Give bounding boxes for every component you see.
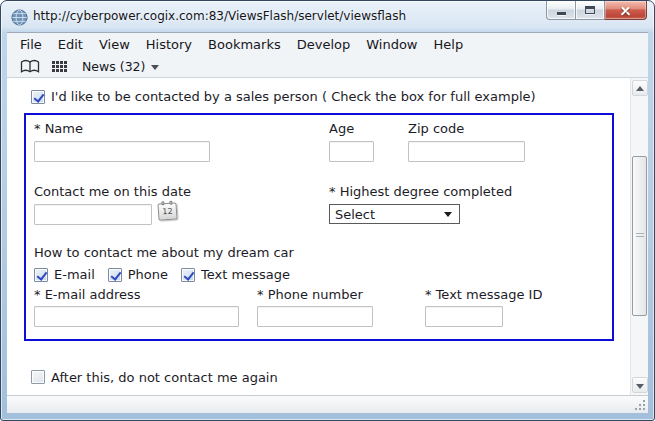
menu-window[interactable]: Window: [358, 35, 425, 54]
phone-option-label: Phone: [128, 267, 168, 282]
zip-label: Zip code: [408, 121, 464, 136]
email-address-label: * E-mail address: [34, 287, 141, 302]
bookmark-news-folder[interactable]: News (32): [82, 59, 159, 74]
minimize-button[interactable]: [546, 1, 576, 20]
degree-selected-value: Select: [335, 207, 375, 222]
scrollbar-grip-icon: [636, 233, 644, 239]
phone-number-input[interactable]: [257, 306, 373, 327]
arrow-down-icon: [636, 384, 644, 389]
contact-date-label: Contact me on this date: [34, 184, 191, 199]
text-message-option-label: Text message: [201, 267, 290, 282]
age-label: Age: [329, 121, 354, 136]
menu-view[interactable]: View: [91, 35, 138, 54]
globe-icon: [11, 9, 28, 26]
vertical-scrollbar: [630, 78, 648, 395]
degree-select[interactable]: Select: [329, 204, 460, 224]
text-message-checkbox[interactable]: [181, 268, 195, 282]
minimize-icon: [557, 12, 566, 15]
no-more-contact-label: After this, do not contact me again: [51, 370, 278, 385]
page-content: I'd like to be contacted by a sales pers…: [7, 78, 648, 395]
menu-edit[interactable]: Edit: [50, 35, 91, 54]
contact-method-option: Text message: [181, 267, 290, 282]
sales-optin-checkbox[interactable]: [31, 90, 45, 104]
scroll-up-button[interactable]: [632, 80, 648, 96]
maximize-icon: [585, 6, 595, 14]
bookmarks-bar: News (32): [7, 55, 648, 78]
menu-bookmarks[interactable]: Bookmarks: [200, 35, 289, 54]
menu-bar: File Edit View History Bookmarks Develop…: [7, 32, 648, 55]
browser-window: http://cyberpower.cogix.com:83/ViewsFlas…: [0, 0, 655, 421]
contact-methods-label: How to contact me about my dream car: [34, 245, 294, 260]
text-message-id-input[interactable]: [425, 306, 503, 327]
name-label: * Name: [34, 121, 83, 136]
contact-method-option: E-mail: [34, 267, 95, 282]
menu-help[interactable]: Help: [426, 35, 472, 54]
menu-file[interactable]: File: [12, 35, 50, 54]
sales-optin-label: I'd like to be contacted by a sales pers…: [51, 89, 536, 104]
window-controls: [546, 1, 647, 20]
window-title: http://cyberpower.cogix.com:83/ViewsFlas…: [33, 9, 406, 23]
status-bar: [7, 395, 648, 413]
close-icon: [620, 5, 631, 16]
email-checkbox[interactable]: [34, 268, 48, 282]
zip-input[interactable]: [408, 141, 525, 162]
calendar-icon: 12: [158, 203, 176, 219]
maximize-button[interactable]: [576, 1, 605, 20]
contact-method-option: Phone: [108, 267, 168, 282]
select-arrow-icon: [444, 212, 452, 217]
scrollbar-thumb[interactable]: [632, 156, 647, 316]
calendar-ring: [161, 201, 164, 205]
calendar-ring: [169, 201, 172, 205]
title-bar: http://cyberpower.cogix.com:83/ViewsFlas…: [1, 1, 655, 32]
name-input[interactable]: [34, 141, 210, 162]
arrow-up-icon: [636, 86, 644, 91]
email-address-input[interactable]: [34, 306, 239, 327]
degree-label: * Highest degree completed: [329, 184, 512, 199]
phone-checkbox[interactable]: [108, 268, 122, 282]
contact-date-input[interactable]: [34, 204, 152, 225]
age-input[interactable]: [329, 141, 374, 162]
phone-number-label: * Phone number: [257, 287, 363, 302]
scroll-down-button[interactable]: [632, 377, 648, 393]
menu-develop[interactable]: Develop: [289, 35, 359, 54]
calendar-button[interactable]: 12: [157, 202, 177, 220]
no-more-contact-checkbox[interactable]: [31, 370, 45, 384]
text-message-id-label: * Text message ID: [425, 287, 542, 302]
grid-icon[interactable]: [52, 61, 67, 72]
contact-methods-row: E-mail Phone Text message: [34, 267, 303, 282]
chevron-down-icon: [151, 65, 159, 70]
close-button[interactable]: [605, 1, 647, 20]
menu-history[interactable]: History: [138, 35, 200, 54]
book-icon[interactable]: [20, 59, 40, 74]
resize-grip[interactable]: [634, 399, 646, 411]
email-option-label: E-mail: [54, 267, 95, 282]
bookmark-news-label: News (32): [82, 59, 145, 74]
